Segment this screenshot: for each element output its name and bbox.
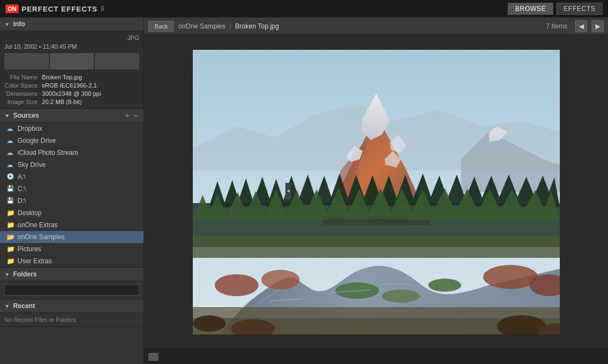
folder-icon: 📁 <box>7 209 14 217</box>
sources-section-header[interactable]: ▼ Sources + − <box>0 109 144 123</box>
source-label-pictures: Pictures <box>18 245 41 253</box>
source-onone-samples[interactable]: 📂 onOne Samples <box>0 231 144 243</box>
logo-icon: ON <box>5 4 19 13</box>
thumbnail-view-button[interactable] <box>148 353 158 361</box>
sources-actions: + − <box>124 112 139 119</box>
recent-section-header[interactable]: ▼ Recent <box>0 299 144 313</box>
source-googledrive[interactable]: ☁ Google Drive <box>0 135 144 147</box>
breadcrumb-root[interactable]: onOne Samples <box>178 22 225 30</box>
source-c-drive[interactable]: 💾 C:\ <box>0 183 144 195</box>
sidebar: ▼ Info JPG Jul 10, 2002 • 11:40:45 PM Fi… <box>0 18 144 364</box>
svg-point-59 <box>428 279 461 292</box>
recent-section-title: Recent <box>13 302 139 310</box>
drive-icon: 💾 <box>7 197 14 205</box>
cloud-icon: ☁ <box>7 149 14 157</box>
main-area: ▼ Info JPG Jul 10, 2002 • 11:40:45 PM Fi… <box>0 18 608 364</box>
main-image <box>193 50 560 334</box>
app-title: PERFECT EFFECTS <box>22 5 98 13</box>
remove-source-button[interactable]: − <box>133 112 139 119</box>
folder-icon: 📁 <box>7 257 14 265</box>
folders-section-header[interactable]: ▼ Folders <box>0 268 144 281</box>
svg-point-53 <box>215 274 259 296</box>
source-label-a: A:\ <box>18 173 26 181</box>
breadcrumb-separator: | <box>230 22 233 30</box>
logo-area: ON PERFECT EFFECTS 8 <box>5 4 105 13</box>
svg-point-54 <box>261 270 300 290</box>
histogram-area <box>4 53 139 70</box>
hist-bar-1 <box>4 53 49 70</box>
label-imagesize: Image Size <box>4 99 38 105</box>
source-label-user-extras: User Extras <box>18 257 52 265</box>
item-count: 7 Items <box>546 22 567 30</box>
source-label-onone-extras: onOne Extras <box>18 221 58 229</box>
recent-panel: ▼ Recent No Recent Files or Folders <box>0 299 144 327</box>
label-dimensions: Dimensions <box>4 90 38 97</box>
svg-point-55 <box>483 265 538 289</box>
prev-arrow-button[interactable]: ◀ <box>575 20 587 32</box>
source-user-extras[interactable]: 📁 User Extras <box>0 255 144 267</box>
add-source-button[interactable]: + <box>124 112 130 119</box>
back-button[interactable]: Back <box>148 21 174 32</box>
source-label-googledrive: Google Drive <box>18 137 56 145</box>
svg-point-62 <box>193 315 226 332</box>
app-version: 8 <box>101 5 105 13</box>
hist-bar-2 <box>50 53 94 70</box>
info-triangle-icon: ▼ <box>4 21 10 27</box>
content-area: Back onOne Samples | Broken Top.jpg 7 It… <box>144 18 608 364</box>
browse-button[interactable]: BROWSE <box>508 3 553 15</box>
folders-section-title: Folders <box>13 270 139 278</box>
folder-icon: 📁 <box>7 221 14 229</box>
breadcrumb-path: onOne Samples | Broken Top.jpg <box>178 22 541 30</box>
folder-icon: 📁 <box>7 245 14 253</box>
source-label-onone-samples: onOne Samples <box>18 233 65 241</box>
file-datetime: Jul 10, 2002 • 11:40:45 PM <box>4 43 139 50</box>
info-panel: JPG Jul 10, 2002 • 11:40:45 PM File Name… <box>0 31 144 109</box>
sources-triangle-icon: ▼ <box>4 113 10 119</box>
source-pictures[interactable]: 📁 Pictures <box>0 243 144 255</box>
collapse-handle[interactable] <box>285 183 291 199</box>
sources-panel: ▼ Sources + − ☁ Dropbox ☁ Google Drive ☁… <box>0 109 144 268</box>
label-colorspace: Color Space <box>4 82 38 89</box>
source-desktop[interactable]: 📁 Desktop <box>0 207 144 219</box>
label-filename: File Name <box>4 74 38 80</box>
source-dropbox[interactable]: ☁ Dropbox <box>0 123 144 135</box>
folders-triangle-icon: ▼ <box>4 271 10 278</box>
source-label-icloud: iCloud Photo Stream <box>18 149 78 157</box>
file-details: File Name Broken Top.jpg Color Space sRG… <box>4 74 139 105</box>
next-arrow-button[interactable]: ▶ <box>592 20 604 32</box>
file-type-badge: JPG <box>4 34 139 41</box>
info-section-title: Info <box>13 20 139 28</box>
folder-open-icon: 📂 <box>7 233 14 241</box>
source-icloud[interactable]: ☁ iCloud Photo Stream <box>0 147 144 159</box>
cloud-icon: ☁ <box>7 161 14 169</box>
source-label-skydrive: Sky Drive <box>18 161 45 169</box>
bottom-bar <box>144 349 608 364</box>
source-label-dropbox: Dropbox <box>18 125 42 132</box>
no-recent-label: No Recent Files or Folders <box>0 313 144 326</box>
recent-triangle-icon: ▼ <box>4 303 10 309</box>
folders-input-area <box>0 281 144 299</box>
source-label-desktop: Desktop <box>18 209 42 217</box>
content-wrap: Back onOne Samples | Broken Top.jpg 7 It… <box>144 18 608 364</box>
topbar: ON PERFECT EFFECTS 8 BROWSE EFFECTS <box>0 0 608 18</box>
source-d-drive[interactable]: 💾 D:\ <box>0 195 144 207</box>
value-filename: Broken Top.jpg <box>42 74 139 80</box>
effects-button[interactable]: EFFECTS <box>557 3 603 15</box>
source-onone-extras[interactable]: 📁 onOne Extras <box>0 219 144 231</box>
drive-icon: 💿 <box>7 173 14 181</box>
svg-rect-52 <box>193 236 560 258</box>
breadcrumb-current: Broken Top.jpg <box>235 22 279 30</box>
drive-icon: 💾 <box>7 185 14 193</box>
value-dimensions: 3000x2348 @ 300 ppi <box>42 90 139 97</box>
info-section-header[interactable]: ▼ Info <box>0 18 144 31</box>
breadcrumb-bar: Back onOne Samples | Broken Top.jpg 7 It… <box>144 18 608 35</box>
source-skydrive[interactable]: ☁ Sky Drive <box>0 159 144 171</box>
cloud-icon: ☁ <box>7 137 14 145</box>
value-colorspace: sRGB IEC61966-2.1 <box>42 82 139 89</box>
folders-search-input[interactable] <box>4 285 139 296</box>
source-a-drive[interactable]: 💿 A:\ <box>0 171 144 183</box>
sources-section-title: Sources <box>13 112 124 119</box>
hist-bar-3 <box>95 53 139 70</box>
source-label-d: D:\ <box>18 197 26 205</box>
value-imagesize: 20.2 MB (8-bit) <box>42 99 139 105</box>
